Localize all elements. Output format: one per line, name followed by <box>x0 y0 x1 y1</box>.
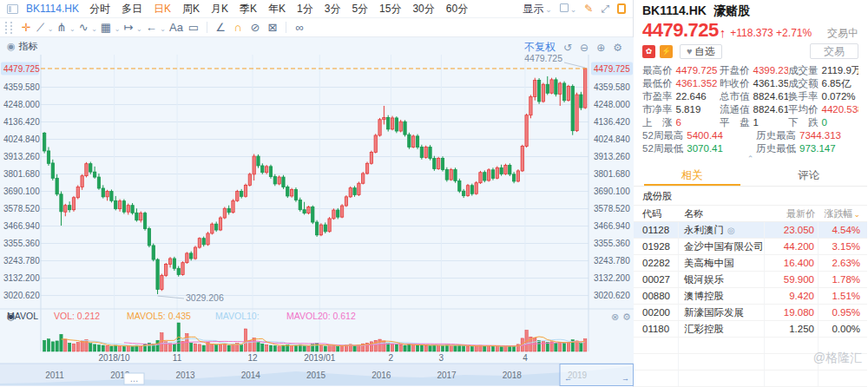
svg-text:4: 4 <box>523 353 528 363</box>
comment-tool-icon[interactable]: ▭ <box>185 21 202 34</box>
tab-相关[interactable]: 相关 <box>634 165 751 186</box>
layout-select[interactable]: ⌄ <box>560 3 577 15</box>
col-pct[interactable]: 涨跌幅⌄ <box>819 206 867 221</box>
edit-icon[interactable]: ✎ <box>584 3 593 15</box>
gear-icon[interactable]: ⚙ <box>613 42 622 54</box>
svg-text:…: … <box>130 374 139 384</box>
wave-tool-icon[interactable]: ∿ ⌄ <box>77 21 99 34</box>
svg-text:4248.000: 4248.000 <box>594 100 630 109</box>
period-tab-月K[interactable]: 月K <box>211 2 228 16</box>
undo-icon[interactable]: ↺ <box>563 42 572 54</box>
svg-text:2011: 2011 <box>45 371 64 380</box>
period-tab-多日[interactable]: 多日 <box>122 2 142 16</box>
drawing-tools: ✛⟋ ⌄⋔ ⌄∿ ⌄▦ ⌄↦ ⌄← ⌄Aa▭∠∩⊘⊠∞ <box>17 21 308 35</box>
stat-item: 52周最低3070.41 <box>642 142 756 155</box>
period-tab-60分[interactable]: 60分 <box>446 2 468 16</box>
col-code[interactable]: 代码 <box>634 206 679 221</box>
stat-item: 开盘价4399.238 <box>720 64 788 77</box>
period-tab-年K[interactable]: 年K <box>268 2 286 16</box>
svg-text:4359.580: 4359.580 <box>594 82 630 92</box>
svg-text:4136.420: 4136.420 <box>594 117 630 127</box>
period-topbar: BK1114.HK 分时多日日K周K月K季K年K1分3分5分15分30分60分 … <box>0 0 633 18</box>
angle-tool-icon[interactable]: ∠ <box>212 21 229 34</box>
period-tab-30分[interactable]: 30分 <box>412 2 434 16</box>
indicator-legend[interactable]: ◉ 指标 <box>7 40 38 53</box>
period-tab-3分[interactable]: 3分 <box>325 2 341 16</box>
watchlist-label: 自选 <box>695 45 715 58</box>
svg-text:3132.200: 3132.200 <box>594 273 630 283</box>
chart-area: 4359.5804359.5804248.0004248.0004136.420… <box>0 37 634 386</box>
period-tab-分时[interactable]: 分时 <box>89 2 110 16</box>
period-tab-1分[interactable]: 1分 <box>297 2 313 16</box>
stock-app-window: BK1114.HK 分时多日日K周K月K季K年K1分3分5分15分30分60分 … <box>0 0 868 387</box>
topbar-right-controls: 显示⌄ ⌄ ✎ ⤢ <box>523 2 626 16</box>
arrow-tool-icon[interactable]: ← ⌄ <box>144 21 168 34</box>
period-tab-季K[interactable]: 季K <box>240 2 257 16</box>
table-row-00200[interactable]: 00200新濠国际发展19.0800.95% <box>634 305 867 321</box>
mavol-legend: ◉ MAVOL VOL: 0.212 MAVOL5: 0.435 MAVOL10… <box>0 311 634 321</box>
trendline-tool-icon[interactable]: ⟋ ⌄ <box>35 21 55 35</box>
layout-icon[interactable] <box>7 4 18 14</box>
stat-item: 成交额6.85亿 <box>788 77 858 90</box>
stat-item: 平 盘1 <box>720 116 788 129</box>
table-row-00880[interactable]: 00880澳博控股9.4201.51% <box>634 288 867 305</box>
move-tool-icon[interactable]: ✛ <box>17 21 35 34</box>
symbol-link[interactable]: BK1114.HK <box>26 3 79 15</box>
table-row-00027[interactable]: 00027银河娱乐59.9001.78% <box>634 272 867 288</box>
fullscreen-icon[interactable]: ⤢ <box>601 3 609 15</box>
svg-text:3132.200: 3132.200 <box>3 273 40 283</box>
navigator-expand-button[interactable]: … <box>124 373 144 384</box>
panel-symbol: BK1114.HK <box>642 3 707 17</box>
level2-badge: ⚡ <box>660 45 673 58</box>
collapse-stats-button[interactable]: ⌃ <box>634 155 867 163</box>
svg-text:3578.520: 3578.520 <box>3 204 40 213</box>
pitchfork-tool-icon[interactable]: ⋔ ⌄ <box>55 21 76 34</box>
square-icon <box>560 3 569 12</box>
table-row-01128[interactable]: 01128永利澳门 ◎23.0504.54% <box>634 222 867 239</box>
delete-drawings-tool-icon[interactable]: ⊠ <box>264 21 281 34</box>
stat-item: 52周最高5400.44 <box>642 129 756 142</box>
session-status: 交易中 <box>827 26 858 40</box>
drawing-toolbar: ✛⟋ ⌄⋔ ⌄∿ ⌄▦ ⌄↦ ⌄← ⌄Aa▭∠∩⊘⊠∞ <box>0 18 633 37</box>
svg-text:←: ← <box>564 374 572 383</box>
adjust-mode-link[interactable]: 不复权 <box>524 40 556 55</box>
pattern-tool-icon[interactable]: ▦ ⌄ <box>99 21 122 34</box>
display-menu[interactable]: 显示⌄ <box>523 2 552 16</box>
quote-stats-52w: 52周最高5400.44历史最高7344.31352周最低3070.41历史最低… <box>634 129 867 155</box>
period-tab-5分[interactable]: 5分 <box>352 2 368 16</box>
table-row-02282[interactable]: 02282美高梅中国16.4002.63% <box>634 255 867 272</box>
period-tab-15分[interactable]: 15分 <box>379 2 401 16</box>
toolbar-separator <box>286 22 286 33</box>
col-price[interactable]: 最新价 <box>765 206 819 221</box>
panel-toggle-icon[interactable] <box>617 3 626 14</box>
add-watchlist-button[interactable]: ♥ 自选 <box>680 44 722 59</box>
svg-text:3466.940: 3466.940 <box>594 221 630 231</box>
tab-评论[interactable]: 评论 <box>751 165 868 186</box>
trade-button[interactable]: 交易 <box>810 43 858 59</box>
hide-drawings-tool-icon[interactable]: ⊘ <box>247 21 264 34</box>
table-row-01928[interactable]: 01928金沙中国有限公司44.2003.15% <box>634 239 867 255</box>
svg-text:3801.680: 3801.680 <box>3 169 40 179</box>
toolbar-drag-handle[interactable] <box>5 22 12 34</box>
chart-column: BK1114.HK 分时多日日K周K月K季K年K1分3分5分15分30分60分 … <box>0 0 634 387</box>
stat-item: 平均价4420.538 <box>788 103 858 116</box>
svg-text:3243.780: 3243.780 <box>3 256 40 266</box>
period-tab-日K[interactable]: 日K <box>154 2 171 16</box>
zoom-out-icon[interactable]: ⊖ <box>580 42 589 54</box>
col-name[interactable]: 名称 <box>679 206 765 221</box>
stat-item: 上 涨6 <box>642 116 720 129</box>
stat-item: 成交量2119.9万 <box>788 64 858 77</box>
magnet-tool-icon[interactable]: ∩ <box>229 21 247 34</box>
link-tool-icon[interactable]: ∞ <box>291 21 308 34</box>
measure-tool-icon[interactable]: ↦ ⌄ <box>122 21 143 34</box>
svg-text:2: 2 <box>389 353 394 363</box>
svg-text:→: → <box>621 374 629 383</box>
period-tab-周K[interactable]: 周K <box>182 2 200 16</box>
zoom-in-icon[interactable]: ⊕ <box>596 42 605 54</box>
sort-caret-icon: ⌄ <box>853 210 860 219</box>
candlestick-chart[interactable]: 4359.5804359.5804248.0004248.0004136.420… <box>0 37 634 386</box>
svg-text:3466.940: 3466.940 <box>3 221 40 231</box>
table-row-01180[interactable]: 01180汇彩控股1.2500.00% <box>634 321 867 338</box>
adjust-controls: 不复权 ↺ ⊖ ⊕ ⚙ <box>524 40 622 55</box>
text-tool-icon[interactable]: Aa <box>168 21 185 34</box>
